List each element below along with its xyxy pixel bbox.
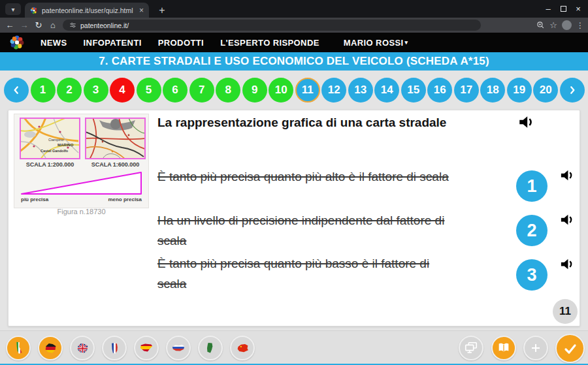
svg-text:Castel Gandolfo: Castel Gandolfo [41, 149, 69, 153]
dual-monitor-icon [464, 341, 478, 355]
back-icon[interactable]: ← [3, 20, 17, 30]
question-number-9[interactable]: 9 [242, 78, 267, 103]
germany-flag-icon [44, 341, 57, 355]
browser-menu-icon[interactable]: ⋮ [576, 21, 584, 30]
china-flag-icon [236, 341, 250, 355]
question-number-15[interactable]: 15 [401, 78, 426, 103]
question-card: Ciampino MARINO Castel Gandolfo SCALA 1:… [8, 110, 580, 326]
browser-tab[interactable]: patenteonline.it/user/quiz.html × [25, 3, 149, 18]
question-number-17[interactable]: 17 [454, 78, 479, 103]
add-button[interactable] [523, 336, 548, 360]
screen-mode-button[interactable] [459, 336, 483, 360]
confirm-button[interactable] [555, 334, 585, 363]
current-question-badge: 11 [553, 299, 578, 324]
question-number-13[interactable]: 13 [348, 78, 373, 103]
question-number-nav: 1 2 3 4 5 6 7 8 9 10 11 12 13 14 15 16 1… [4, 77, 585, 103]
precision-left-label: più precisa [21, 197, 48, 202]
profile-avatar[interactable] [562, 20, 572, 30]
question-number-16[interactable]: 16 [427, 78, 452, 103]
answer-2-button[interactable]: 2 [516, 215, 547, 246]
next-question-button[interactable] [560, 78, 585, 103]
question-number-14[interactable]: 14 [374, 78, 399, 103]
user-menu[interactable]: MARIO ROSSI ▾ [344, 38, 408, 48]
flag-germany-button[interactable] [38, 336, 63, 360]
zoom-icon[interactable] [536, 21, 545, 29]
question-number-1[interactable]: 1 [31, 78, 56, 103]
question-number-19[interactable]: 19 [507, 78, 532, 103]
bookmark-star-icon[interactable]: ☆ [549, 20, 557, 30]
question-number-11-current[interactable]: 11 [295, 78, 320, 103]
answer-3-audio-icon[interactable] [559, 257, 574, 272]
question-number-5[interactable]: 5 [137, 78, 161, 103]
close-window-button[interactable]: × [568, 0, 588, 18]
answer-3-button[interactable]: 3 [516, 259, 547, 291]
question-number-7[interactable]: 7 [189, 78, 214, 103]
russia-flag-icon [171, 341, 186, 355]
question-number-12[interactable]: 12 [321, 78, 346, 103]
chevron-left-icon [12, 86, 21, 95]
chevron-right-icon [568, 86, 577, 95]
checkmark-icon [563, 341, 578, 357]
nav-item-infopatenti[interactable]: INFOPATENTI [84, 38, 142, 48]
question-number-6[interactable]: 6 [163, 78, 188, 103]
url-text: patenteonline.it/ [80, 22, 129, 29]
question-number-20[interactable]: 20 [533, 78, 558, 103]
question-number-10[interactable]: 10 [269, 78, 293, 103]
question-number-18[interactable]: 18 [480, 78, 505, 103]
nav-item-esperto[interactable]: L'ESPERTO RISPONDE [220, 38, 319, 48]
map-scale-200000-image: Ciampino MARINO Castel Gandolfo [20, 118, 80, 159]
nav-item-prodotti[interactable]: PRODOTTI [158, 38, 204, 48]
reload-icon[interactable]: ↻ [31, 20, 46, 30]
forward-icon[interactable]: → [17, 20, 31, 30]
figure-caption: Figura n.18730 [14, 208, 149, 215]
toolbar-right: ☆ ⋮ [536, 18, 584, 33]
address-bar[interactable]: patenteonline.it/ [63, 20, 481, 31]
nav-item-news[interactable]: NEWS [41, 38, 67, 48]
map-scale-600000-image [85, 118, 146, 159]
flag-united-kingdom-button[interactable] [70, 336, 95, 360]
question-title: La rappresentazione grafica di una carta… [157, 116, 510, 130]
question-number-2[interactable]: 2 [57, 78, 82, 103]
united-kingdom-flag-icon [76, 341, 90, 355]
saudi-arabia-flag-icon [204, 341, 217, 355]
new-tab-button[interactable]: + [155, 4, 169, 17]
map-scale-left-label: SCALA 1:200.000 [20, 161, 80, 168]
question-number-3[interactable]: 3 [84, 78, 108, 103]
question-number-8[interactable]: 8 [216, 78, 240, 103]
precision-right-label: meno precisa [108, 197, 142, 202]
flag-spain-button[interactable] [134, 336, 159, 360]
precision-wedge [18, 169, 146, 197]
answer-1-audio-icon[interactable] [559, 168, 574, 183]
answer-3-text: È tanto più precisa quanto più basso è i… [157, 253, 459, 294]
maximize-icon [561, 6, 566, 12]
flag-italy-button[interactable] [6, 336, 31, 360]
browser-tab-strip: ▾ patenteonline.it/user/quiz.html × + – … [0, 0, 588, 18]
browser-window: ▾ patenteonline.it/user/quiz.html × + – … [0, 0, 588, 365]
answer-1-button[interactable]: 1 [516, 170, 547, 202]
flag-france-button[interactable] [102, 336, 127, 360]
question-number-4[interactable]: 4 [110, 78, 135, 103]
question-audio-icon[interactable] [517, 114, 534, 131]
chapter-header: 7. CARTE STRADALI E USO ECONOMICO DEL VE… [0, 52, 588, 71]
question-figure: Ciampino MARINO Castel Gandolfo SCALA 1:… [14, 114, 149, 208]
answer-2-audio-icon[interactable] [559, 212, 574, 227]
plus-icon [530, 342, 542, 354]
site-settings-icon [69, 22, 76, 29]
france-flag-icon [108, 341, 122, 355]
theory-book-button[interactable] [491, 336, 516, 360]
flag-russia-button[interactable] [166, 336, 191, 360]
spain-flag-icon [139, 341, 154, 355]
map-scale-right-label: SCALA 1:600.000 [85, 161, 146, 168]
prev-question-button[interactable] [4, 78, 29, 103]
flag-saudi-arabia-button[interactable] [198, 336, 223, 360]
flag-china-button[interactable] [230, 336, 255, 360]
chevron-down-icon: ▾ [11, 6, 14, 13]
answer-2-text: Ha un livello di precisione indipendente… [157, 210, 459, 251]
patenteonline-logo[interactable] [9, 35, 25, 50]
tab-search-button[interactable]: ▾ [5, 3, 21, 15]
tab-title: patenteonline.it/user/quiz.html [42, 7, 135, 14]
site-navbar: NEWS INFOPATENTI PRODOTTI L'ESPERTO RISP… [0, 33, 588, 52]
close-tab-icon[interactable]: × [139, 7, 144, 14]
home-icon[interactable]: ⌂ [46, 20, 60, 30]
caret-down-icon: ▾ [405, 39, 408, 46]
